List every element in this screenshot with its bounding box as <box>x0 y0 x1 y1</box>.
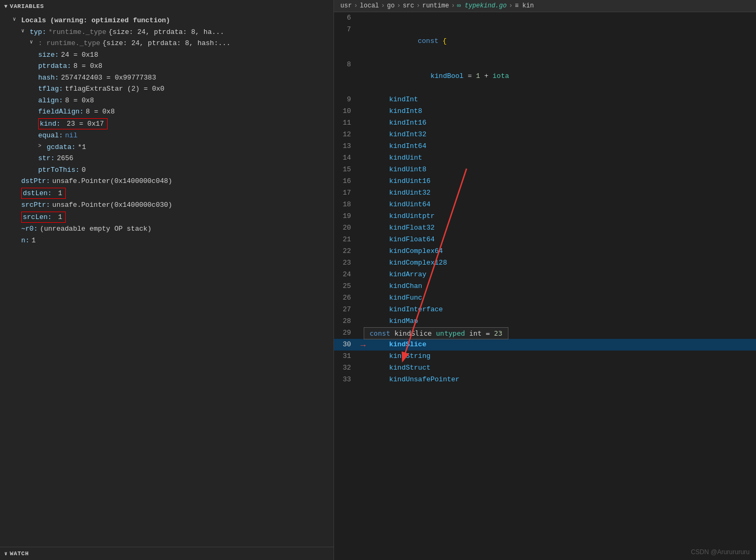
dstLen-boxed: dstLen: 1 <box>21 188 66 199</box>
line-content-24: kindArray <box>359 269 426 281</box>
breadcrumb-runtime: runtime <box>422 2 449 10</box>
code-line-19: 19 kindUintptr <box>334 211 756 222</box>
gcdata-row[interactable]: > gcdata: *1 <box>0 142 333 153</box>
srcLen-value: 1 <box>58 213 62 221</box>
line-num-15: 15 <box>334 164 359 176</box>
tooltip-kindSlice-name: kindSlice <box>394 329 436 337</box>
locals-label: Locals (warning: optimized function) <box>21 15 170 26</box>
code-line-29: 29 const kindSlice untyped int = 23 <box>334 327 756 339</box>
code-line-18: 18 kindUint64 <box>334 199 756 211</box>
align-value: 8 = 0x8 <box>65 95 94 106</box>
code-line-8: 8 kindBool = 1 + iota <box>334 59 756 94</box>
line-content-7: const { <box>359 24 447 59</box>
str-key: str: <box>38 153 55 164</box>
line-content-23: kindComplex128 <box>359 257 447 269</box>
fieldAlign-value: 8 = 0x8 <box>86 107 115 117</box>
locals-header[interactable]: ∨ Locals (warning: optimized function) <box>0 15 333 27</box>
size-value: 24 = 0x18 <box>61 50 98 60</box>
left-panel: ▼ VARIABLES ∨ Locals (warning: optimized… <box>0 0 334 560</box>
line-num-11: 11 <box>334 117 359 129</box>
dstLen-row: dstLen: 1 <box>0 187 333 200</box>
typ-value: {size: 24, ptrdata: 8, ha... <box>108 27 224 38</box>
code-line-32: 32 kindStruct <box>334 362 756 374</box>
tflag-row: tflag: tflagExtraStar (2) = 0x0 <box>0 83 333 95</box>
dstPtr-value: unsafe.Pointer(0x1400000c048) <box>52 176 172 187</box>
hash-key: hash: <box>38 73 59 83</box>
watch-chevron: ∨ <box>4 550 8 557</box>
hash-value: 2574742403 = 0x99777383 <box>61 73 156 83</box>
line-num-10: 10 <box>334 106 359 117</box>
watch-section: ∨ WATCH <box>0 547 333 560</box>
code-line-27: 27 kindInterface <box>334 304 756 316</box>
line-num-32: 32 <box>334 362 359 374</box>
size-key: size: <box>38 50 59 60</box>
line-num-23: 23 <box>334 257 359 269</box>
main-container: ▼ VARIABLES ∨ Locals (warning: optimized… <box>0 0 756 560</box>
code-line-30: 30 → kindSlice <box>334 339 756 351</box>
line-content-26: kindFunc <box>359 292 422 304</box>
dstLen-value: 1 <box>58 189 62 197</box>
kind-value: 23 = 0x17 <box>67 120 104 128</box>
line-num-12: 12 <box>334 129 359 141</box>
sep6: › <box>509 2 513 10</box>
tflag-value: tflagExtraStar (2) = 0x0 <box>65 84 164 94</box>
code-area[interactable]: 6 7 const { 8 kindBool = 1 + iota 9 k <box>334 12 756 560</box>
line-num-21: 21 <box>334 234 359 246</box>
srcLen-key: srcLen: <box>23 213 52 221</box>
line-content-30: kindSlice <box>359 339 426 351</box>
line-content-14: kindUint <box>359 152 422 164</box>
typ-row[interactable]: ∨ typ: *runtime._type {size: 24, ptrdata… <box>0 27 333 38</box>
line-num-31: 31 <box>334 351 359 362</box>
breadcrumb-go: go <box>387 2 394 10</box>
tooltip-const: const <box>370 329 390 337</box>
line-content-11: kindInt16 <box>359 117 426 129</box>
line-num-16: 16 <box>334 176 359 187</box>
line-content-31: kindString <box>359 351 430 362</box>
line-num-9: 9 <box>334 94 359 106</box>
variables-header[interactable]: ▼ VARIABLES <box>0 0 333 13</box>
ptrToThis-value: 0 <box>82 165 86 176</box>
runtime-type-row[interactable]: ∨ : runtime._type {size: 24, ptrdata: 8,… <box>0 38 333 49</box>
srcLen-boxed: srcLen: 1 <box>21 212 66 223</box>
ptrdata-row: ptrdata: 8 = 0x8 <box>0 60 333 72</box>
srcLen-row: srcLen: 1 <box>0 211 333 224</box>
code-line-14: 14 kindUint <box>334 152 756 164</box>
code-line-22: 22 kindComplex64 <box>334 246 756 257</box>
n-row: n: 1 <box>0 235 333 247</box>
equal-key: equal: <box>38 130 63 141</box>
line-content-12: kindInt32 <box>359 129 426 141</box>
breadcrumb-local: local <box>360 2 379 10</box>
tooltip-23: 23 <box>494 329 503 337</box>
dstPtr-row: dstPtr: unsafe.Pointer(0x1400000c048) <box>0 176 333 187</box>
srcPtr-row: srcPtr: unsafe.Pointer(0x1400000c030) <box>0 199 333 211</box>
equal-value: nil <box>65 130 77 141</box>
gcdata-key: gcdata: <box>47 142 76 153</box>
line-num-25: 25 <box>334 281 359 292</box>
ptrToThis-key: ptrToThis: <box>38 165 80 176</box>
ptrdata-key: ptrdata: <box>38 61 71 72</box>
code-line-16: 16 kindUint16 <box>334 176 756 187</box>
code-line-11: 11 kindInt16 <box>334 117 756 129</box>
code-line-24: 24 kindArray <box>334 269 756 281</box>
r0-row: ~r0: (unreadable empty OP stack) <box>0 223 333 235</box>
typ-type: *runtime._type <box>48 27 106 38</box>
str-value: 2656 <box>57 153 73 164</box>
variables-content: ∨ Locals (warning: optimized function) ∨… <box>0 13 333 248</box>
line-content-32: kindStruct <box>359 362 430 374</box>
align-key: align: <box>38 95 63 106</box>
code-line-7: 7 const { <box>334 24 756 59</box>
code-line-21: 21 kindFloat64 <box>334 234 756 246</box>
line-num-14: 14 <box>334 152 359 164</box>
watch-header[interactable]: ∨ WATCH <box>0 547 333 560</box>
right-panel: usr › local › go › src › runtime › ∞ typ… <box>334 0 756 560</box>
n-value: 1 <box>32 235 36 246</box>
line-num-20: 20 <box>334 222 359 234</box>
line-content-9: kindInt <box>359 94 418 106</box>
code-line-17: 17 kindUint32 <box>334 187 756 199</box>
align-row: align: 8 = 0x8 <box>0 95 333 107</box>
line-num-18: 18 <box>334 199 359 211</box>
line-content-8: kindBool = 1 + iota <box>359 59 509 94</box>
kind-key: kind: <box>40 120 60 128</box>
variables-label: VARIABLES <box>10 3 44 10</box>
equal-row: equal: nil <box>0 130 333 142</box>
